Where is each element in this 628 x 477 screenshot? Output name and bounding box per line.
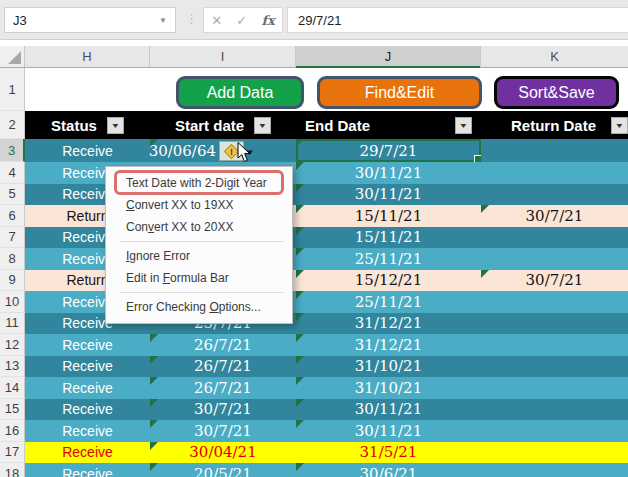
cell-K17[interactable]: [481, 442, 628, 464]
table-row: 8Receive25/11/21: [0, 248, 628, 270]
insert-function-icon[interactable]: fx: [262, 13, 275, 28]
column-header-j[interactable]: J: [296, 46, 481, 67]
cell-J4[interactable]: 30/11/21: [296, 162, 481, 184]
select-all-corner[interactable]: [0, 46, 25, 67]
row-header-18[interactable]: 18: [0, 463, 25, 477]
cell-K8[interactable]: [481, 248, 628, 270]
row-header-13[interactable]: 13: [0, 356, 25, 378]
cell-K5[interactable]: [481, 184, 628, 206]
cell-K3[interactable]: [481, 139, 628, 162]
cell-H16[interactable]: Receive: [25, 420, 150, 442]
name-box-dropdown-icon[interactable]: ▼: [159, 16, 167, 25]
cell-J6[interactable]: 15/11/21: [296, 205, 481, 227]
cell-K15[interactable]: [481, 399, 628, 421]
cell-J12[interactable]: 31/12/21: [296, 334, 481, 356]
cell-K13[interactable]: [481, 356, 628, 378]
cell-K14[interactable]: [481, 377, 628, 399]
name-box[interactable]: J3 ▼: [4, 7, 176, 33]
column-header-h[interactable]: H: [25, 46, 150, 67]
row-header-5[interactable]: 5: [0, 184, 25, 206]
cell-J7[interactable]: 15/11/21: [296, 227, 481, 249]
row-header-4[interactable]: 4: [0, 162, 25, 184]
cell-J14[interactable]: 31/10/21: [296, 377, 481, 399]
cell-H14[interactable]: Receive: [25, 377, 150, 399]
menu-item-text-date-with-2-digit-year[interactable]: Text Date with 2-Digit Year: [106, 172, 292, 194]
row-header-3[interactable]: 3: [0, 139, 25, 162]
row-header-7[interactable]: 7: [0, 227, 25, 249]
cell-I16[interactable]: 30/7/21: [150, 420, 296, 442]
row-header-9[interactable]: 9: [0, 270, 25, 292]
cell-H12[interactable]: Receive: [25, 334, 150, 356]
cell-H15[interactable]: Receive: [25, 399, 150, 421]
menu-item-error-checking-options[interactable]: Error Checking Options...: [106, 296, 292, 318]
cell-H18[interactable]: Receive: [25, 463, 150, 477]
cell-J18[interactable]: 30/6/21: [296, 463, 481, 477]
cell-K7[interactable]: [481, 227, 628, 249]
row-header-14[interactable]: 14: [0, 377, 25, 399]
menu-item-label: Ignore Error: [126, 249, 190, 263]
cell-J17[interactable]: 31/5/21: [296, 442, 481, 464]
macro-button-sort-save[interactable]: Sort&Save: [494, 76, 619, 109]
cell-J3[interactable]: 29/7/21: [296, 139, 481, 162]
menu-item-label: Convert XX to 19XX: [126, 198, 233, 212]
row-header-11[interactable]: 11: [0, 313, 25, 335]
excel-window: J3 ▼ ⋮ ✕ ✓ fx 29/7/21 HIJK 12Status▼Star…: [0, 0, 628, 477]
menu-item-ignore-error[interactable]: Ignore Error: [106, 245, 292, 267]
menu-item-convert-xx-to-19xx[interactable]: Convert XX to 19XX: [106, 194, 292, 216]
table-row: 14Receive26/7/2131/10/21: [0, 377, 628, 399]
row-header-2[interactable]: 2: [0, 111, 25, 139]
cell-I18[interactable]: 20/5/21: [150, 463, 296, 477]
filter-button[interactable]: ▼: [611, 117, 628, 134]
cell-I15[interactable]: 30/7/21: [150, 399, 296, 421]
menu-item-label: Convert XX to 20XX: [126, 220, 233, 234]
row-header-6[interactable]: 6: [0, 205, 25, 227]
column-header-i[interactable]: I: [150, 46, 296, 67]
macro-button-find-edit[interactable]: Find&Edit: [317, 76, 482, 109]
cell-J15[interactable]: 30/11/21: [296, 399, 481, 421]
cell-I13[interactable]: 26/7/21: [150, 356, 296, 378]
cell-H17[interactable]: Receive: [25, 442, 150, 464]
filter-button[interactable]: ▼: [254, 117, 271, 134]
cell-J10[interactable]: 25/11/21: [296, 291, 481, 313]
row-header-1[interactable]: 1: [0, 68, 25, 111]
filter-button[interactable]: ▼: [455, 117, 472, 134]
menu-item-edit-in-formula-bar[interactable]: Edit in Formula Bar: [106, 267, 292, 289]
formula-value: 29/7/21: [298, 13, 341, 28]
cell-J11[interactable]: 31/12/21: [296, 313, 481, 335]
cell-J5[interactable]: 30/11/21: [296, 184, 481, 206]
table-row: 11Receive25/7/2131/12/21: [0, 313, 628, 335]
row-header-17[interactable]: 17: [0, 442, 25, 464]
row-header-8[interactable]: 8: [0, 248, 25, 270]
cell-K12[interactable]: [481, 334, 628, 356]
table-row: 4Receive30/11/21: [0, 162, 628, 184]
row-header-12[interactable]: 12: [0, 334, 25, 356]
cell-I17[interactable]: 30/04/21: [150, 442, 296, 464]
formula-input[interactable]: 29/7/21: [287, 7, 628, 33]
cell-I14[interactable]: 26/7/21: [150, 377, 296, 399]
filter-button[interactable]: ▼: [107, 117, 124, 134]
cell-K9[interactable]: 30/7/21: [481, 270, 628, 292]
cell-K16[interactable]: [481, 420, 628, 442]
cell-H3[interactable]: Receive: [25, 139, 150, 162]
cell-J16[interactable]: 30/11/21: [296, 420, 481, 442]
menu-item-convert-xx-to-20xx[interactable]: Convert XX to 20XX: [106, 216, 292, 238]
table-row: 13Receive26/7/2131/10/21: [0, 356, 628, 378]
cancel-icon[interactable]: ✕: [211, 13, 222, 28]
mouse-cursor-icon: [237, 142, 252, 163]
macro-button-add-data[interactable]: Add Data: [176, 76, 304, 109]
cell-K11[interactable]: [481, 313, 628, 335]
row-header-15[interactable]: 15: [0, 399, 25, 421]
enter-icon[interactable]: ✓: [236, 13, 247, 28]
column-header-k[interactable]: K: [481, 46, 628, 67]
cell-K6[interactable]: 30/7/21: [481, 205, 628, 227]
cell-J8[interactable]: 25/11/21: [296, 248, 481, 270]
cell-K10[interactable]: [481, 291, 628, 313]
row-header-16[interactable]: 16: [0, 420, 25, 442]
row-header-10[interactable]: 10: [0, 291, 25, 313]
cell-K4[interactable]: [481, 162, 628, 184]
cell-K18[interactable]: [481, 463, 628, 477]
cell-I12[interactable]: 26/7/21: [150, 334, 296, 356]
cell-J13[interactable]: 31/10/21: [296, 356, 481, 378]
cell-J9[interactable]: 15/12/21: [296, 270, 481, 292]
cell-H13[interactable]: Receive: [25, 356, 150, 378]
